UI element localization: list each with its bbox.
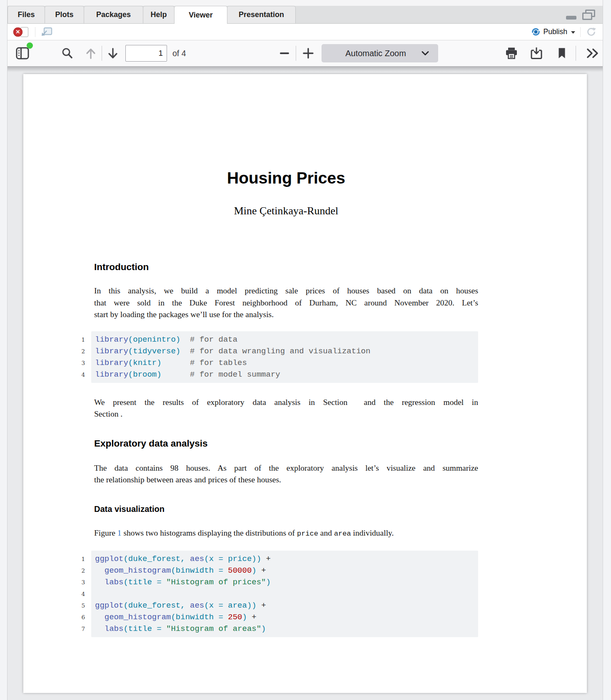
zoom-select-dropdown[interactable]: Automatic Zoom [322,44,438,62]
code-line-number: 4 [79,369,85,380]
text-segment: openintro [133,335,176,344]
text-segment: area [334,530,351,538]
text-segment: , [180,554,185,563]
clear-viewer-button[interactable]: ✕ [13,26,32,38]
paragraph-introduction: In this analysis, we build a model predi… [94,285,478,321]
text-segment: ggplot [95,601,123,610]
text-segment [162,578,166,587]
minimize-pane-icon[interactable] [566,16,576,20]
text-segment: ( [171,613,175,622]
code-line: 7 labs(title = "Histogram of areas") [95,623,478,635]
text-segment: individually. [351,529,394,537]
stop-close-icon: ✕ [13,27,22,37]
text-segment: shows two histograms displaying the dist… [122,529,297,537]
text-segment: ggplot [95,554,123,563]
open-in-new-window-button[interactable] [40,27,53,37]
paragraph-line: We present the results of exploratory da… [94,397,478,409]
pdf-toolbar: of 4 Automatic Zoom [7,40,603,67]
text-segment: + [261,566,266,575]
page-number-input[interactable] [125,45,167,62]
text-segment: 250 [228,613,242,622]
text-segment [223,554,228,563]
previous-page-button[interactable] [85,47,97,60]
tab-viewer[interactable]: Viewer [174,6,227,24]
text-segment [261,554,266,563]
publish-label: Publish [544,27,567,36]
maximize-pane-icon[interactable] [582,10,595,20]
find-button[interactable] [60,47,74,60]
paragraph-line: that were sold in the Duke Forest neighb… [94,297,478,309]
publish-button[interactable]: Publish [531,27,575,37]
toggle-sidebar-button[interactable] [15,46,30,61]
pdf-page: Housing Prices Mine Çetinkaya-Rundel Int… [23,74,587,693]
text-segment: library [95,370,128,379]
figure-link[interactable]: 1 [117,529,122,537]
refresh-button[interactable] [586,26,597,37]
zoom-in-button[interactable] [302,47,315,60]
text-segment: x [209,554,214,563]
text-segment: duke_forest [128,601,180,610]
code-text: labs(title = "Histogram of prices") [95,578,271,587]
paragraph-line: Section . [94,408,478,420]
viewer-pane: Files Plots Packages Help Viewer Present… [7,0,603,700]
tab-plots[interactable]: Plots [45,6,84,23]
double-chevron-right-icon [585,48,599,59]
code-text: library(broom) # for model summary [95,370,280,379]
text-segment [95,578,105,587]
code-text: library(openintro) # for data [95,335,237,344]
paragraph-line: In this analysis, we build a model predi… [94,285,478,297]
printer-icon [505,47,518,60]
arrow-up-icon [85,47,97,60]
download-button[interactable] [529,47,544,60]
secondary-toolbar-toggle[interactable] [585,47,600,59]
tab-packages[interactable]: Packages [84,6,143,23]
text-segment [214,566,218,575]
document-title: Housing Prices [94,168,478,188]
text-segment: 50000 [228,566,252,575]
text-segment [180,347,190,356]
text-segment: geom_histogram [105,613,171,622]
text-segment: Figure [94,529,117,537]
pane-tab-bar: Files Plots Packages Help Viewer Present… [7,6,603,24]
code-text: library(tidyverse) # for data wrangling … [95,347,370,356]
text-segment: # for data [190,335,237,344]
code-block-ggplot: 1ggplot(duke_forest, aes(x = price)) +2 … [91,551,478,637]
text-segment: + [261,601,266,610]
pane-edge-left [0,0,7,700]
text-segment [257,566,261,575]
paragraph-line: the relationship between areas and price… [94,474,478,486]
zoom-out-button[interactable] [278,47,291,60]
text-segment: binwidth [176,566,214,575]
text-segment [162,370,190,379]
text-segment: library [95,347,128,356]
arrow-down-icon [107,47,119,60]
notification-dot [27,42,33,49]
bookmark-button[interactable] [557,47,566,60]
text-segment [223,613,228,622]
text-segment: ( [128,358,133,367]
tab-help[interactable]: Help [143,6,175,23]
paragraph-line: start by loading the packages we’ll use … [94,309,478,321]
code-line-number: 4 [79,588,85,600]
window-top-strip [7,0,603,6]
print-button[interactable] [504,47,519,60]
pdf-viewer-area[interactable]: Housing Prices Mine Çetinkaya-Rundel Int… [7,67,603,700]
next-page-button[interactable] [107,47,119,60]
text-segment: tidyverse [133,347,176,356]
text-segment [152,578,157,587]
viewer-toolbar: ✕ Publish [7,24,603,40]
text-segment [214,601,218,610]
publish-dropdown-caret[interactable] [571,31,575,34]
popout-window-icon [40,27,53,37]
text-segment [185,554,190,563]
text-segment: "Histogram of prices" [166,578,266,587]
text-segment [152,624,157,633]
heading-exploratory-data-analysis: Exploratory data analysis [94,438,478,449]
tab-presentation[interactable]: Presentation [227,6,296,23]
text-segment: area [228,601,247,610]
text-segment: broom [133,370,157,379]
text-segment [162,624,166,633]
heading-data-visualization: Data visualization [94,504,478,514]
tab-files[interactable]: Files [7,6,45,23]
text-segment: = [218,613,223,622]
